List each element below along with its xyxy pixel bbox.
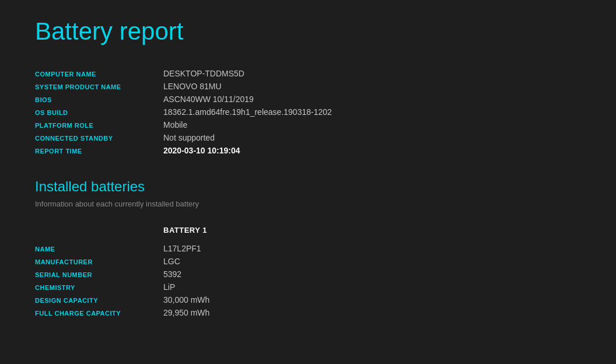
system-info-label: OS BUILD [35, 109, 163, 116]
system-info-value: Mobile [163, 120, 187, 130]
battery-row: NAMEL17L2PF1 [35, 244, 581, 253]
battery-row-value: 30,000 mWh [163, 295, 209, 304]
system-info-row: CONNECTED STANDBYNot supported [35, 133, 581, 142]
battery-row-label: CHEMISTRY [35, 284, 163, 291]
battery-row: SERIAL NUMBER5392 [35, 270, 581, 279]
battery-row-label: MANUFACTURER [35, 258, 163, 265]
system-info-label: BIOS [35, 96, 163, 103]
battery-row-label: NAME [35, 246, 163, 253]
battery-row-label: DESIGN CAPACITY [35, 297, 163, 304]
system-info-value: 18362.1.amd64fre.19h1_release.190318-120… [163, 107, 332, 117]
system-info-value: 2020-03-10 10:19:04 [163, 146, 240, 155]
system-info-label: PLATFORM ROLE [35, 122, 163, 129]
system-info-value: ASCN40WW 10/11/2019 [163, 94, 254, 104]
system-info-row: SYSTEM PRODUCT NAMELENOVO 81MU [35, 82, 581, 91]
battery-header-row: BATTERY 1 [35, 226, 581, 235]
system-info-table: COMPUTER NAMEDESKTOP-TDDMS5DSYSTEM PRODU… [35, 69, 581, 155]
system-info-row: BIOSASCN40WW 10/11/2019 [35, 94, 581, 104]
section-subtitle: Information about each currently install… [35, 200, 581, 208]
battery-row: FULL CHARGE CAPACITY29,950 mWh [35, 308, 581, 317]
battery-row-label: SERIAL NUMBER [35, 271, 163, 278]
system-info-label: COMPUTER NAME [35, 71, 163, 78]
system-info-label: REPORT TIME [35, 148, 163, 155]
battery-row: DESIGN CAPACITY30,000 mWh [35, 295, 581, 304]
section-title: Installed batteries [35, 178, 581, 195]
battery-row-value: LGC [163, 257, 180, 266]
system-info-value: Not supported [163, 133, 215, 142]
battery-row: MANUFACTURERLGC [35, 257, 581, 266]
system-info-value: LENOVO 81MU [163, 82, 222, 91]
battery-row-value: 5392 [163, 270, 181, 279]
system-info-row: COMPUTER NAMEDESKTOP-TDDMS5D [35, 69, 581, 78]
system-info-row: OS BUILD18362.1.amd64fre.19h1_release.19… [35, 107, 581, 117]
battery-row-label: FULL CHARGE CAPACITY [35, 310, 163, 317]
battery-row: CHEMISTRYLiP [35, 282, 581, 292]
battery-row-value: LiP [163, 282, 175, 292]
battery-row-value: 29,950 mWh [163, 308, 209, 317]
battery-table: BATTERY 1 NAMEL17L2PF1MANUFACTURERLGCSER… [35, 226, 581, 317]
system-info-row: PLATFORM ROLEMobile [35, 120, 581, 130]
system-info-label: SYSTEM PRODUCT NAME [35, 83, 163, 90]
page-title: Battery report [35, 18, 581, 46]
battery-row-value: L17L2PF1 [163, 244, 201, 253]
system-info-row: REPORT TIME2020-03-10 10:19:04 [35, 146, 581, 155]
system-info-label: CONNECTED STANDBY [35, 135, 163, 142]
system-info-value: DESKTOP-TDDMS5D [163, 69, 244, 78]
battery-header-label: BATTERY 1 [163, 226, 207, 235]
installed-batteries-section: Installed batteries Information about ea… [35, 178, 581, 317]
